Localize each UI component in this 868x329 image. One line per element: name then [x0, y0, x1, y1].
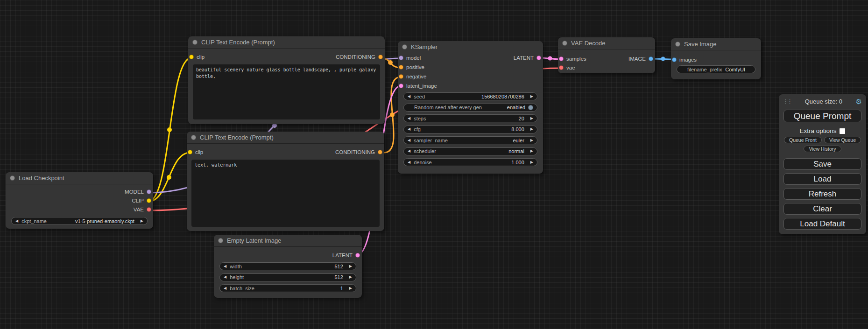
input-slot-negative[interactable] [399, 74, 403, 79]
widget-cfg[interactable]: ◀ cfg 8.000 ▶ [403, 126, 537, 133]
widget-value: v1-5-pruned-emaonly.ckpt [75, 218, 134, 224]
decrement-arrow-icon[interactable]: ◀ [408, 149, 410, 153]
input-slot-images[interactable] [672, 57, 677, 62]
input-slot-clip[interactable] [189, 55, 194, 59]
decrement-arrow-icon[interactable]: ◀ [408, 139, 410, 142]
input-slot-positive[interactable] [399, 65, 403, 70]
settings-gear-icon[interactable]: ⚙ [856, 98, 862, 105]
decrement-arrow-icon[interactable]: ◀ [224, 275, 226, 279]
view-history-button[interactable]: View History [804, 146, 841, 152]
increment-arrow-icon[interactable]: ▶ [349, 265, 352, 268]
link-dot [661, 57, 665, 61]
widget-steps[interactable]: ◀ steps 20 ▶ [403, 114, 537, 122]
collapse-dot-icon[interactable] [10, 175, 15, 181]
output-slot-model[interactable] [147, 189, 151, 194]
widget-ckpt-name[interactable]: ◀ ckpt_name v1-5-pruned-emaonly.ckpt ▶ [11, 217, 148, 225]
output-label: MODEL [125, 189, 144, 195]
input-slot-clip[interactable] [188, 150, 192, 154]
input-label: latent_image [406, 83, 437, 89]
increment-arrow-icon[interactable]: ▶ [530, 161, 533, 164]
increment-arrow-icon[interactable]: ▶ [349, 275, 352, 279]
node-title-bar[interactable]: Empty Latent Image [214, 235, 362, 247]
collapse-dot-icon[interactable] [675, 42, 680, 47]
widget-denoise[interactable]: ◀ denoise 1.000 ▶ [403, 158, 537, 166]
widget-width[interactable]: ◀ width 512 ▶ [219, 262, 356, 270]
node-title-bar[interactable]: VAE Decode [558, 37, 655, 49]
widget-label: ckpt_name [21, 218, 47, 224]
decrement-arrow-icon[interactable]: ◀ [408, 127, 410, 131]
node-title-bar[interactable]: CLIP Text Encode (Prompt) [187, 132, 384, 144]
widget-random-seed-toggle[interactable]: Random seed after every gen enabled [403, 104, 537, 112]
slot-row: samples IMAGE [558, 54, 655, 63]
collapse-dot-icon[interactable] [562, 41, 567, 46]
increment-arrow-icon[interactable]: ▶ [530, 95, 533, 98]
output-slot-conditioning[interactable] [378, 150, 382, 154]
increment-arrow-icon[interactable]: ▶ [530, 117, 533, 120]
slot-row: latent_image [398, 81, 543, 91]
prompt-text-area[interactable]: text, watermark [191, 160, 380, 227]
decrement-arrow-icon[interactable]: ◀ [408, 161, 410, 164]
widget-value: enabled [507, 105, 525, 110]
widget-label: steps [414, 116, 426, 121]
decrement-arrow-icon[interactable]: ◀ [408, 117, 410, 120]
increment-arrow-icon[interactable]: ▶ [141, 219, 143, 223]
node-title-bar[interactable]: Save Image [671, 38, 761, 50]
decrement-arrow-icon[interactable]: ◀ [224, 265, 226, 268]
widget-filename-prefix[interactable]: filename_prefix ComfyUI [677, 65, 755, 73]
output-slot-latent[interactable] [536, 56, 541, 60]
slot-row: LATENT [214, 251, 362, 259]
decrement-arrow-icon[interactable]: ◀ [224, 287, 226, 290]
node-title-bar[interactable]: CLIP Text Encode (Prompt) [188, 36, 385, 49]
refresh-button[interactable]: Refresh [783, 188, 861, 200]
input-slot-vae[interactable] [559, 65, 564, 70]
input-label: images [679, 57, 697, 63]
widget-scheduler[interactable]: ◀ scheduler normal ▶ [403, 147, 537, 155]
node-save-image[interactable]: Save Image images filename_prefix ComfyU… [671, 38, 761, 79]
node-vae-decode[interactable]: VAE Decode samples IMAGE vae [558, 37, 655, 73]
increment-arrow-icon[interactable]: ▶ [349, 287, 352, 290]
increment-arrow-icon[interactable]: ▶ [530, 127, 533, 131]
input-slot-latent-image[interactable] [399, 84, 403, 88]
output-slot-image[interactable] [649, 56, 653, 61]
increment-arrow-icon[interactable]: ▶ [530, 139, 533, 142]
output-slot-conditioning[interactable] [378, 55, 383, 59]
collapse-dot-icon[interactable] [402, 44, 407, 49]
node-clip-text-encode-negative[interactable]: CLIP Text Encode (Prompt) clip CONDITION… [187, 132, 384, 231]
view-queue-button[interactable]: View Queue [824, 137, 861, 143]
widget-value: 512 [334, 274, 343, 280]
collapse-dot-icon[interactable] [192, 40, 198, 45]
widget-batch-size[interactable]: ◀ batch_size 1 ▶ [219, 284, 356, 292]
collapse-dot-icon[interactable] [191, 135, 196, 140]
widget-value: 8.000 [511, 126, 524, 132]
collapse-dot-icon[interactable] [218, 238, 223, 243]
node-empty-latent-image[interactable]: Empty Latent Image LATENT ◀ width 512 ▶ … [214, 235, 362, 298]
extra-options-checkbox[interactable] [840, 128, 845, 134]
node-title-bar[interactable]: KSampler [398, 41, 543, 53]
input-slot-model[interactable] [399, 56, 403, 60]
node-title-bar[interactable]: Load Checkpoint [6, 172, 153, 184]
output-slot-latent[interactable] [355, 253, 360, 258]
input-slot-samples[interactable] [559, 56, 564, 61]
drag-handle-icon[interactable]: ⋮⋮ [783, 98, 791, 105]
decrement-arrow-icon[interactable]: ◀ [408, 95, 410, 98]
node-graph-canvas[interactable]: Load Checkpoint MODEL CLIP VAE ◀ ckpt_na… [0, 0, 868, 329]
widget-height[interactable]: ◀ height 512 ▶ [219, 273, 356, 281]
queue-prompt-button[interactable]: Queue Prompt [783, 110, 861, 122]
node-load-checkpoint[interactable]: Load Checkpoint MODEL CLIP VAE ◀ ckpt_na… [6, 172, 153, 229]
node-clip-text-encode-positive[interactable]: CLIP Text Encode (Prompt) clip CONDITION… [188, 36, 385, 124]
save-button[interactable]: Save [783, 158, 861, 170]
load-default-button[interactable]: Load Default [783, 218, 861, 230]
prompt-text-area[interactable]: beautiful scenery nature glass bottle la… [193, 64, 380, 119]
decrement-arrow-icon[interactable]: ◀ [15, 219, 18, 223]
increment-arrow-icon[interactable]: ▶ [530, 149, 533, 153]
widget-label: denoise [414, 160, 432, 165]
widget-seed[interactable]: ◀ seed 156680208700286 ▶ [403, 92, 537, 100]
output-slot-vae[interactable] [147, 207, 151, 212]
widget-sampler-name[interactable]: ◀ sampler_name euler ▶ [403, 136, 537, 144]
clear-button[interactable]: Clear [783, 203, 861, 215]
queue-front-button[interactable]: Queue Front [784, 137, 822, 143]
toggle-dot-icon[interactable] [528, 105, 533, 110]
node-ksampler[interactable]: KSampler model LATENT positive negative … [398, 41, 543, 174]
load-button[interactable]: Load [783, 173, 861, 185]
output-slot-clip[interactable] [147, 198, 151, 203]
